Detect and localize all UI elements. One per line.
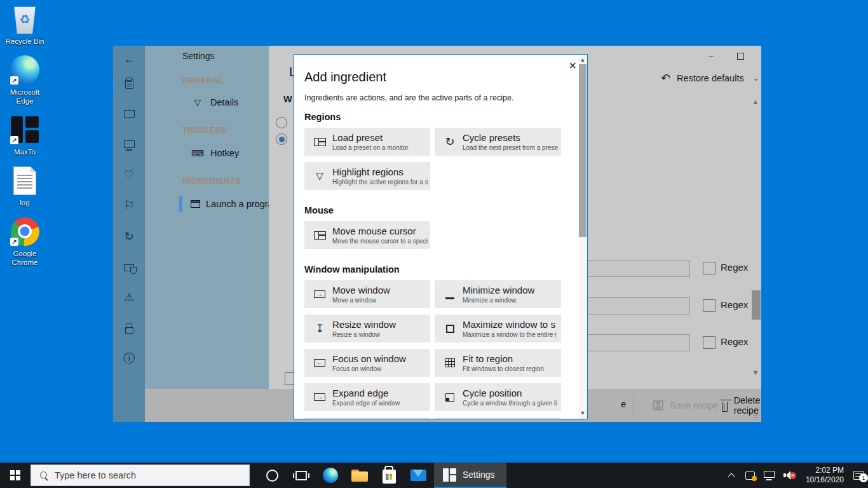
mail-button[interactable] [403, 463, 433, 488]
scrollbar-thumb[interactable] [752, 290, 761, 320]
ingredient-tile-partial[interactable] [435, 417, 561, 419]
maximize-button[interactable] [726, 47, 755, 65]
scroll-up-icon[interactable]: ▲ [752, 98, 759, 105]
ingredient-tile-load-preset[interactable]: Load presetLoad a preset on a monitor [304, 128, 430, 156]
desktop-icon-recycle-bin[interactable]: ♻Recycle Bin [0, 4, 50, 46]
rail-item-flag-icon[interactable]: ⚐ [113, 194, 145, 216]
rail-item-back-arrow-icon[interactable]: ← [113, 48, 145, 70]
dialog-section-header: Mouse [304, 205, 562, 217]
expand-icon [314, 393, 325, 401]
rail-item-refresh-icon[interactable]: ↻ [113, 226, 145, 247]
ingredient-tile-maximize-window-to-s[interactable]: Maximize window to sMaximize a window to… [435, 315, 561, 342]
ingredient-tile-highlight-regions[interactable]: Highlight regionsHighlight the active re… [304, 162, 430, 190]
ingredient-tile-fit-to-region[interactable]: Fit to regionFit windows to closest regi… [435, 349, 561, 377]
scroll-up-icon[interactable]: ▲ [578, 57, 587, 63]
radio-button-selected[interactable] [276, 133, 287, 145]
ingredient-tile-expand-edge[interactable]: Expand edgeExpand edge of window [304, 383, 430, 411]
resize-grip[interactable] [753, 414, 759, 420]
rail-item-heart-icon[interactable]: ♡ [113, 164, 145, 186]
task-view-button[interactable] [287, 463, 316, 488]
dialog-section-header: Window manipulation [304, 264, 562, 276]
windows-logo-icon [10, 470, 20, 480]
tile-title: Move window [332, 284, 390, 296]
dialog-close-button[interactable]: ✕ [569, 60, 577, 72]
rail-item-info-icon[interactable]: ⓘ [113, 348, 145, 369]
file-explorer-button[interactable] [345, 463, 374, 488]
rail-item-lock-icon[interactable] [113, 317, 145, 339]
dialog-scrollbar-thumb[interactable] [579, 64, 587, 237]
desktop-icon-log[interactable]: log [0, 165, 50, 207]
sidebar-item-launch-a-program[interactable]: Launch a program [177, 196, 269, 212]
settings-taskbar-button[interactable]: Settings [434, 463, 506, 488]
focus-icon [314, 359, 325, 367]
regex-checkbox[interactable] [703, 262, 715, 274]
desktop-icon-maxto[interactable]: ↗MaxTo [0, 114, 50, 156]
tile-description: Minimize a window. [463, 296, 534, 304]
tile-description: Move a window [332, 296, 390, 304]
regex-checkbox[interactable] [703, 299, 715, 312]
desktop-icon-microsoft-edge[interactable]: ↗Microsoft Edge [0, 55, 50, 105]
taskbar: Type here to search Settings ✕ 2:02 PM 1… [0, 463, 868, 488]
ingredient-tile-focus-on-window[interactable]: Focus on windowFocus on window [304, 349, 430, 377]
cyclepos-icon [445, 393, 454, 402]
hidden-button-fragment: e [621, 398, 626, 409]
store-button[interactable] [374, 463, 403, 488]
minimize-button[interactable]: – [696, 47, 726, 65]
rail-item-window-shield-icon[interactable] [113, 257, 145, 278]
ingredient-tile-minimize-window[interactable]: Minimize windowMinimize a window. [435, 280, 561, 308]
restore-defaults-button[interactable]: ↶ Restore defaults ⌄ [661, 71, 759, 85]
network-icon[interactable] [764, 471, 775, 478]
store-icon [383, 470, 396, 484]
rail-item-window-back-icon[interactable] [113, 103, 145, 125]
ingredient-tile-move-window[interactable]: Move windowMove a window [304, 280, 430, 308]
close-button[interactable]: ✕ [755, 47, 761, 65]
tray-expand-icon[interactable] [728, 472, 735, 478]
regex-label: Regex [721, 262, 748, 273]
tile-title: Fit to region [463, 353, 544, 365]
regex-checkbox[interactable] [703, 336, 715, 349]
desktop-icon-label: Google Chrome [1, 249, 49, 267]
settings-sidebar: Settings GENERAL▽DetailsTRIGGERS⌨HotkeyI… [145, 46, 269, 422]
clock-time: 2:02 PM [806, 466, 844, 475]
warning-icon: ⚠ [124, 292, 134, 303]
mail-icon [410, 470, 426, 481]
sidebar-item-details[interactable]: ▽Details [177, 94, 269, 111]
cortana-button[interactable] [257, 463, 287, 488]
highlight-icon [316, 170, 323, 182]
rail-item-warning-icon[interactable]: ⚠ [113, 287, 145, 308]
desktop-icon-label: Recycle Bin [6, 37, 44, 46]
minimize-icon [445, 297, 454, 299]
flag-icon: ⚐ [124, 200, 134, 211]
update-tray-icon[interactable] [745, 471, 755, 480]
ingredient-tile-cycle-presets[interactable]: Cycle presetsLoad the next preset from a… [435, 128, 561, 156]
ingredient-tile-resize-window[interactable]: Resize windowResize a window [304, 315, 430, 342]
taskbar-clock[interactable]: 2:02 PM 10/16/2020 [806, 466, 844, 485]
ingredient-tile-move-mouse-cursor[interactable]: Move mouse cursorMove the mouse cursor t… [304, 221, 430, 249]
shortcut-arrow-icon: ↗ [10, 136, 18, 144]
desktop-icon-label: log [20, 198, 29, 207]
scroll-down-icon[interactable]: ▼ [752, 369, 759, 376]
maximize-icon [737, 53, 744, 60]
ingredient-tile-partial[interactable] [304, 417, 430, 419]
save-recipe-button[interactable]: Save recipe [653, 389, 719, 422]
start-button[interactable] [0, 463, 31, 488]
taskbar-app-label: Settings [463, 470, 495, 480]
action-center-icon[interactable]: 1 [853, 471, 864, 480]
dialog-scrollbar[interactable]: ▲ ▼ [578, 55, 587, 419]
rail-item-clipboard-icon[interactable] [113, 73, 145, 95]
tile-title: Maximize window to s [463, 318, 557, 330]
desktop-icon-google-chrome[interactable]: ↗Google Chrome [0, 216, 50, 267]
tile-description: Resize a window [332, 330, 396, 339]
taskbar-search[interactable]: Type here to search [31, 464, 250, 486]
refresh-icon: ↻ [124, 231, 133, 242]
radio-button[interactable] [276, 117, 287, 128]
clipboard-icon [125, 79, 133, 89]
volume-muted-icon[interactable]: ✕ [783, 471, 796, 480]
scroll-down-icon[interactable]: ▼ [578, 410, 587, 416]
rail-item-monitor-icon[interactable] [113, 135, 145, 156]
edge-taskbar-button[interactable] [316, 463, 345, 488]
tile-title: Load preset [332, 132, 409, 144]
sidebar-item-hotkey[interactable]: ⌨Hotkey [177, 145, 269, 161]
desktop-icons: ♻Recycle Bin↗Microsoft Edge↗MaxTolog↗Goo… [0, 4, 50, 276]
ingredient-tile-cycle-position[interactable]: Cycle positionCycle a window through a g… [435, 383, 561, 411]
